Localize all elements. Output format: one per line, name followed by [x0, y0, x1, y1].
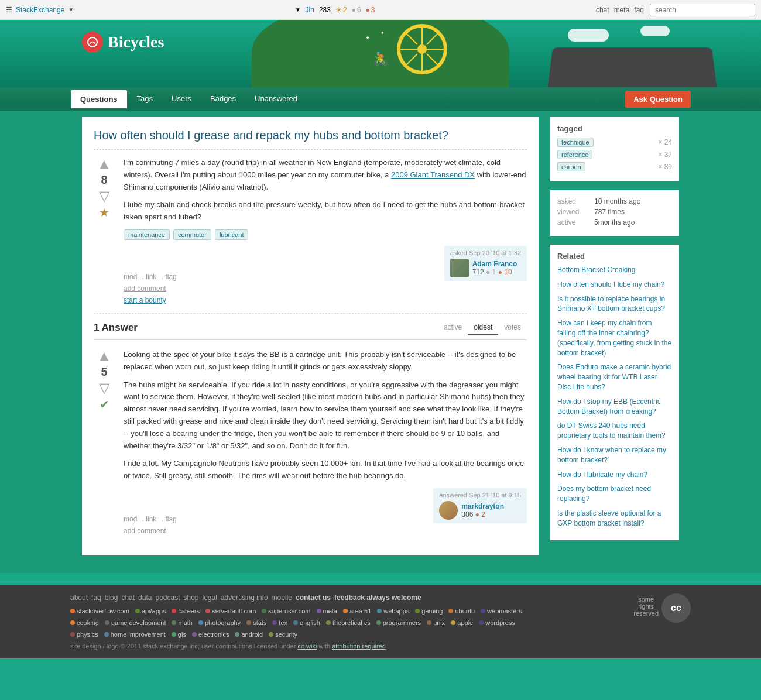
question-author-name[interactable]: Adam Franco: [472, 260, 517, 268]
answers-count: 1 Answer: [94, 322, 138, 334]
related-link-7[interactable]: do DT Swiss 240 hubs need proprietary to…: [557, 421, 666, 440]
tag-count-carbon: × 89: [658, 163, 672, 171]
footer-about[interactable]: about: [70, 593, 88, 602]
flag-link[interactable]: flag: [165, 273, 176, 281]
tag-lubricant[interactable]: lubricant: [215, 229, 249, 240]
search-input[interactable]: [650, 4, 755, 16]
answered-label: answered Sep 21 '10 at 9:15: [439, 492, 521, 499]
brand-name[interactable]: StackExchange: [16, 6, 64, 14]
answer-mod-link[interactable]: mod: [124, 515, 137, 523]
sort-active[interactable]: active: [438, 321, 468, 335]
bike-link[interactable]: 2009 Giant Transend DX: [391, 170, 475, 179]
footer-legal[interactable]: legal: [203, 593, 217, 602]
tag-maintenance[interactable]: maintenance: [124, 229, 170, 240]
related-link-5[interactable]: Does Enduro make a ceramic hybrid wheel …: [557, 363, 671, 391]
tag-row-2: reference × 37: [557, 150, 672, 159]
user-dropdown-icon: ▼: [295, 6, 301, 13]
main-content: How often should I grease and repack my …: [70, 111, 691, 561]
tab-unanswered[interactable]: Unanswered: [245, 90, 307, 109]
dot-cooking: [70, 620, 75, 625]
attribution-link[interactable]: attribution required: [332, 643, 386, 650]
meta-active-row: active 5months ago: [557, 218, 672, 227]
sort-oldest[interactable]: oldest: [468, 321, 498, 335]
link-link[interactable]: link: [146, 273, 156, 281]
related-link-1[interactable]: Bottom Bracket Creaking: [557, 266, 635, 274]
footer-blog[interactable]: blog: [105, 593, 118, 602]
vote-down-question[interactable]: ▽: [99, 189, 109, 203]
start-bounty-link[interactable]: start a bounty: [124, 296, 527, 304]
dot-prog: [376, 620, 381, 625]
question-text-1: I'm commuting 7 miles a day (round trip)…: [124, 157, 527, 193]
related-link-8[interactable]: How do I know when to replace my bottom …: [557, 446, 666, 464]
ask-question-button[interactable]: Ask Question: [625, 91, 691, 108]
site-apple: apple: [451, 619, 473, 626]
hamburger-icon[interactable]: ☰: [6, 6, 12, 14]
answer-author-rep: 306: [461, 510, 473, 519]
question-add-comment[interactable]: add comment: [124, 284, 527, 293]
related-item-4: How can I keep my chain from falling off…: [557, 318, 672, 358]
footer-data[interactable]: data: [138, 593, 152, 602]
footer-feedback[interactable]: feedback always welcome: [334, 593, 421, 602]
related-link-11[interactable]: Is the plastic sleeve optional for a GXP…: [557, 509, 661, 527]
sidebar-tag-technique[interactable]: technique: [557, 138, 594, 147]
question-body: I'm commuting 7 miles a day (round trip)…: [124, 157, 527, 304]
answers-header: 1 Answer active oldest votes: [94, 321, 527, 340]
cc-badge: cc: [661, 593, 691, 623]
vote-up-question[interactable]: ▲: [97, 157, 111, 171]
dot-theorcs: [326, 620, 331, 625]
chat-link[interactable]: chat: [596, 6, 609, 14]
vote-up-answer[interactable]: ▲: [97, 349, 111, 363]
related-link-3[interactable]: Is it possible to replace bearings in Sh…: [557, 295, 665, 313]
related-item-7: do DT Swiss 240 hubs need proprietary to…: [557, 421, 672, 441]
meta-link[interactable]: meta: [614, 6, 630, 14]
username[interactable]: Jin: [306, 6, 314, 14]
footer-faq[interactable]: faq: [91, 593, 101, 602]
cc-wiki-link[interactable]: cc-wiki: [297, 643, 317, 650]
question-title: How often should I grease and repack my …: [94, 129, 527, 150]
sidebar-tag-carbon[interactable]: carbon: [557, 162, 585, 171]
favorite-icon[interactable]: ★: [99, 205, 109, 219]
answer-link-link[interactable]: link: [146, 515, 156, 523]
dot-math: [172, 620, 176, 625]
question-author-avatar: [450, 259, 469, 277]
site-logo[interactable]: Bicycles: [82, 32, 164, 53]
site-api: api/apps: [135, 608, 166, 615]
vote-count-question: 8: [101, 173, 107, 187]
dot-gis: [172, 632, 176, 637]
tab-users[interactable]: Users: [162, 90, 201, 109]
related-link-10[interactable]: Does my bottom bracket need replacing?: [557, 485, 651, 503]
mod-link[interactable]: mod: [124, 273, 137, 281]
footer-contact[interactable]: contact us: [296, 593, 331, 602]
dot-english: [293, 620, 298, 625]
related-link-6[interactable]: How do I stop my EBB (Eccentric Bottom B…: [557, 397, 661, 416]
sidebar-tag-reference[interactable]: reference: [557, 150, 592, 159]
footer-mobile[interactable]: mobile: [272, 593, 292, 602]
tag-count-technique: × 24: [658, 138, 672, 146]
dot-home: [104, 632, 109, 637]
answer-add-comment[interactable]: add comment: [124, 527, 527, 535]
dot-unix: [427, 620, 431, 625]
site-tex: tex: [272, 619, 287, 626]
footer-podcast[interactable]: podcast: [155, 593, 180, 602]
footer-advertising[interactable]: advertising info: [221, 593, 268, 602]
question-actions: mod . link . flag: [124, 272, 180, 281]
footer-shop[interactable]: shop: [183, 593, 198, 602]
footer-chat[interactable]: chat: [121, 593, 135, 602]
vote-down-answer[interactable]: ▽: [99, 381, 109, 395]
faq-link[interactable]: faq: [634, 6, 644, 14]
related-link-9[interactable]: How do I lubricate my chain?: [557, 471, 647, 479]
tab-badges[interactable]: Badges: [201, 90, 245, 109]
tab-tags[interactable]: Tags: [128, 90, 162, 109]
related-item-10: Does my bottom bracket need replacing?: [557, 484, 672, 504]
answer-post: ▲ 5 ▽ ✔ Looking at the spec of your bike…: [94, 349, 527, 535]
related-link-4[interactable]: How can I keep my chain from falling off…: [557, 319, 671, 356]
answer-author-name[interactable]: markdrayton: [461, 502, 504, 510]
sidebar-meta: asked 10 months ago viewed 787 times act…: [550, 190, 679, 236]
answer-author-avatar: [439, 501, 458, 520]
tab-questions[interactable]: Questions: [70, 90, 128, 109]
tag-commuter[interactable]: commuter: [173, 229, 211, 240]
related-link-2[interactable]: How often should I lube my chain?: [557, 280, 664, 289]
sort-votes[interactable]: votes: [498, 321, 527, 335]
answer-flag-link[interactable]: flag: [165, 515, 176, 523]
brand-dropdown-icon[interactable]: ▼: [68, 6, 74, 13]
